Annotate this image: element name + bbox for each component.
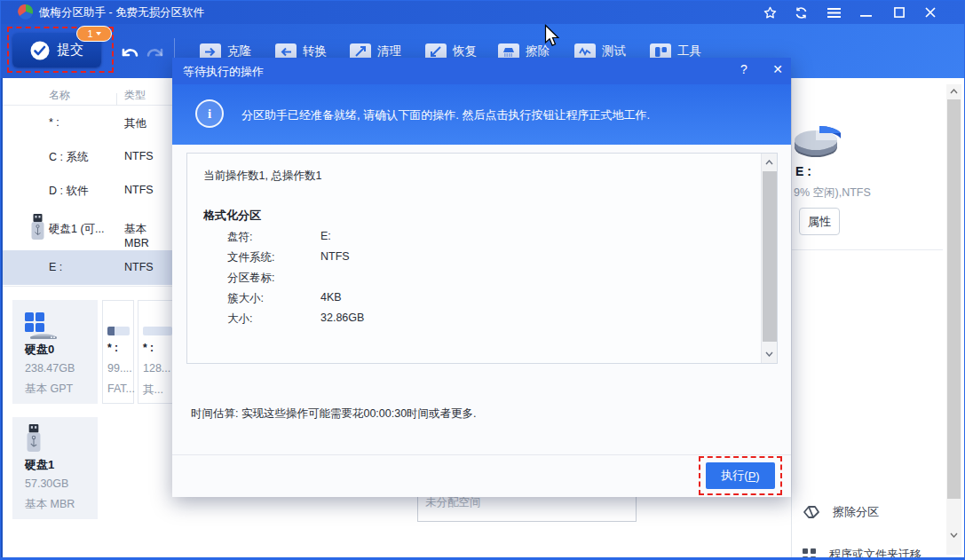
column-type[interactable]: 类型 xyxy=(124,88,146,103)
dialog-titlebar: 等待执行的操作 ? ✕ xyxy=(172,58,791,84)
minimize-button[interactable] xyxy=(858,4,874,20)
column-separator xyxy=(116,93,117,106)
volume-table-header: 名称 类型 xyxy=(3,84,172,106)
volume-list-panel: 名称 类型 * : 其他 C : 系统 NTFS D : 软件 NTFS 硬盘1… xyxy=(3,78,172,560)
disk0-partition-card[interactable]: * : 128... 其... xyxy=(138,300,172,404)
scrollbar-thumb[interactable] xyxy=(947,99,961,499)
scroll-down-icon[interactable] xyxy=(762,347,777,361)
time-estimate: 时间估算: 实现这些操作可能需要花00:00:30时间或者更多. xyxy=(191,406,477,422)
volume-row-disk1[interactable]: 硬盘1 (可... 基本 MBR xyxy=(3,207,172,249)
scroll-up-icon[interactable] xyxy=(946,84,961,99)
favorite-star-icon[interactable] xyxy=(762,4,778,20)
maximize-button[interactable] xyxy=(891,4,907,20)
eraser-icon xyxy=(803,504,820,520)
pending-operations-dialog: 等待执行的操作 ? ✕ i 分区助手已经准备就绪, 请确认下面的操作. 然后点击… xyxy=(172,58,791,497)
close-button[interactable] xyxy=(922,4,938,20)
scroll-up-icon[interactable] xyxy=(762,155,777,170)
menu-item-app-migration[interactable]: 程序或文件夹迁移 xyxy=(803,547,921,560)
app-logo-icon xyxy=(18,4,35,20)
partition-detail-panel: E : 9% 空闲),NTFS 属性 擦除分区 程序或文件夹迁移 xyxy=(791,78,965,560)
pie-chart-icon xyxy=(794,105,843,160)
dialog-title: 等待执行的操作 xyxy=(183,64,264,80)
disk-icon xyxy=(25,312,62,339)
menu-item-erase-partition[interactable]: 擦除分区 xyxy=(803,504,879,520)
footer-divider xyxy=(172,454,791,455)
scrollbar-thumb[interactable] xyxy=(763,171,777,342)
volume-row[interactable]: * : 其他 xyxy=(3,106,172,139)
partition-info: 9% 空闲),NTFS xyxy=(794,185,871,201)
unallocated-label: 未分配空间 xyxy=(425,495,481,510)
disk0-partition-card[interactable]: * : 99.... FAT... xyxy=(102,300,134,404)
detail-row: 簇大小: 4KB xyxy=(187,291,542,311)
volume-row[interactable]: D : 软件 NTFS xyxy=(3,173,172,207)
apps-icon xyxy=(803,548,817,560)
menu-icon[interactable] xyxy=(826,4,842,20)
right-scrollbar[interactable] xyxy=(946,84,961,555)
badge-count: 1 xyxy=(87,28,92,39)
list-scrollbar[interactable] xyxy=(761,154,777,363)
detail-row: 分区卷标: xyxy=(187,271,542,290)
disk1-card[interactable]: 硬盘1 57.30GB 基本 MBR xyxy=(12,417,98,519)
dialog-info-banner: i 分区助手已经准备就绪, 请确认下面的操作. 然后点击执行按钮让程序正式地工作… xyxy=(172,84,791,145)
detail-row: 大小: 32.86GB xyxy=(187,312,542,331)
banner-message: 分区助手已经准备就绪, 请确认下面的操作. 然后点击执行按钮让程序正式地工作. xyxy=(241,107,650,123)
disk0-card[interactable]: 硬盘0 238.47GB 基本 GPT xyxy=(12,300,98,404)
operations-list: 当前操作数1, 总操作数1 格式化分区 盘符: E: 文件系统: NTFS 分区… xyxy=(186,153,778,364)
update-sync-icon[interactable] xyxy=(793,4,809,20)
operations-summary: 当前操作数1, 总操作数1 xyxy=(203,169,321,184)
partition-label: E : xyxy=(795,164,811,178)
properties-button[interactable]: 属性 xyxy=(799,208,840,235)
detail-row: 盘符: E: xyxy=(187,230,542,249)
scroll-down-icon[interactable] xyxy=(946,528,961,542)
redo-button[interactable] xyxy=(145,44,166,64)
titlebar: 傲梅分区助手 - 免费无损分区软件 xyxy=(0,0,965,24)
usb-drive-icon xyxy=(27,424,41,453)
window-title: 傲梅分区助手 - 免费无损分区软件 xyxy=(39,5,204,20)
undo-button[interactable] xyxy=(119,44,140,64)
help-icon[interactable]: ? xyxy=(735,62,753,80)
chevron-down-icon xyxy=(96,32,101,35)
operation-title: 格式化分区 xyxy=(203,208,261,224)
execute-button[interactable]: 执行(P) xyxy=(706,462,775,489)
volume-row[interactable]: C : 系统 NTFS xyxy=(3,139,172,173)
section-divider xyxy=(3,286,172,287)
column-name[interactable]: 名称 xyxy=(49,88,70,103)
detail-row: 文件系统: NTFS xyxy=(187,250,542,270)
panel-divider xyxy=(792,249,943,250)
pending-count-badge[interactable]: 1 xyxy=(76,26,112,42)
dialog-close-icon[interactable]: ✕ xyxy=(769,62,787,80)
usb-drive-icon xyxy=(31,214,44,241)
info-icon: i xyxy=(195,99,224,128)
volume-row-selected[interactable]: E : NTFS xyxy=(3,250,172,285)
